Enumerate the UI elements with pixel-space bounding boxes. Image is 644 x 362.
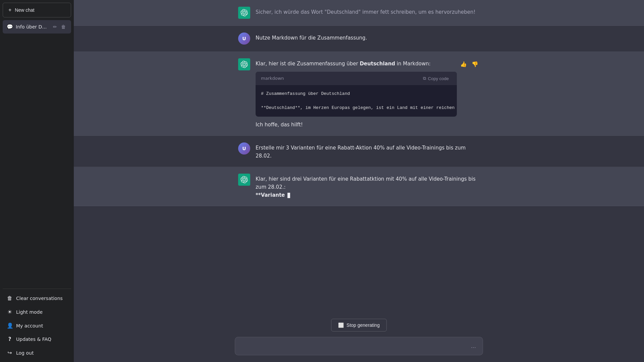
chat-messages[interactable]: Sicher, ich würde das Wort "Deutschland"… — [74, 0, 644, 313]
message-inner-user2: U Erstelle mir 3 Varianten für eine Raba… — [225, 142, 493, 160]
main-content: Sicher, ich würde das Wort "Deutschland"… — [74, 0, 644, 362]
variante-bold: **Variante — [256, 192, 287, 198]
sidebar-item-clear-conversations[interactable]: 🗑 Clear conversations — [3, 292, 71, 305]
chat-input-area: ⬜ Stop generating ... — [74, 313, 644, 362]
chat-icon: 💬 — [7, 24, 13, 30]
user-avatar-1: U — [238, 33, 250, 45]
user-avatar-img: U — [238, 33, 250, 45]
user-avatar-2: U — [238, 142, 250, 155]
new-chat-button[interactable]: + New chat — [3, 3, 71, 17]
assistant-avatar-2 — [238, 58, 250, 70]
chat-input-wrapper: ... — [235, 337, 483, 355]
message-block-assistant2: Klar, hier ist die Zusammenfassung über … — [74, 52, 644, 136]
clear-conversations-label: Clear conversations — [16, 296, 63, 301]
chat-input[interactable] — [240, 342, 470, 350]
message-inner-assistant3: Klar, hier sind drei Varianten für eine … — [225, 174, 493, 199]
account-icon: 👤 — [7, 322, 13, 329]
copy-code-button[interactable]: ⧉ Copy code — [420, 74, 451, 82]
updates-faq-label: Updates & FAQ — [16, 337, 51, 342]
ellipsis-icon: ... — [471, 343, 476, 350]
message-block-assistant3: Klar, hier sind drei Varianten für eine … — [74, 167, 644, 206]
sidebar: + New chat 💬 Info über Deutschland. ✏ 🗑 … — [0, 0, 74, 362]
question-icon: ? — [7, 336, 13, 342]
message-block-user2: U Erstelle mir 3 Varianten für eine Raba… — [74, 136, 644, 167]
user-avatar-img-2: U — [238, 142, 250, 155]
edit-chat-button[interactable]: ✏ — [52, 23, 58, 30]
code-lang-label: markdown — [261, 75, 284, 82]
assistant-message-2-content: Klar, hier ist die Zusammenfassung über … — [256, 58, 480, 129]
sidebar-item-log-out[interactable]: ↪ Log out — [3, 346, 71, 359]
sidebar-bottom: 🗑 Clear conversations ☀ Light mode 👤 My … — [3, 289, 71, 359]
assistant-avatar — [238, 7, 250, 19]
code-block: markdown ⧉ Copy code # Zusammenfassung ü… — [256, 72, 457, 117]
chat-item-actions: ✏ 🗑 — [52, 23, 67, 30]
faded-message-text: Sicher, ich würde das Wort "Deutschland"… — [256, 9, 476, 15]
assistant-avatar-3 — [238, 174, 250, 186]
logout-icon: ↪ — [7, 350, 13, 356]
sidebar-item-light-mode[interactable]: ☀ Light mode — [3, 305, 71, 318]
user-message-2-text: Erstelle mir 3 Varianten für eine Rabatt… — [256, 145, 466, 159]
message-inner-assistant2: Klar, hier ist die Zusammenfassung über … — [225, 58, 493, 129]
copy-icon: ⧉ — [423, 76, 426, 81]
copy-code-label: Copy code — [428, 76, 449, 81]
thumbs-down-button[interactable]: 👎 — [470, 60, 480, 69]
typing-cursor — [287, 193, 290, 198]
message-inner: Sicher, ich würde das Wort "Deutschland"… — [225, 7, 493, 19]
code-body: # Zusammenfassung über Deutschland **Deu… — [256, 85, 457, 117]
my-account-label: My account — [16, 323, 43, 328]
trash-icon: 🗑 — [7, 295, 13, 301]
sidebar-item-info-deutschland[interactable]: 💬 Info über Deutschland. ✏ 🗑 — [3, 20, 71, 34]
user-message-1-text: Nutze Markdown für die Zusammenfassung. — [256, 35, 367, 41]
assistant-msg2-end: Ich hoffe, das hilft! — [256, 121, 480, 129]
sidebar-item-updates-faq[interactable]: ? Updates & FAQ — [3, 333, 71, 346]
stop-icon: ⬜ — [338, 322, 344, 328]
chat-item-label: Info über Deutschland. — [16, 24, 49, 29]
message-block-faded: Sicher, ich würde das Wort "Deutschland"… — [74, 0, 644, 26]
delete-chat-button[interactable]: 🗑 — [60, 23, 67, 30]
code-header: markdown ⧉ Copy code — [256, 72, 457, 85]
assistant-msg3-streaming: **Variante — [256, 191, 480, 199]
sidebar-item-my-account[interactable]: 👤 My account — [3, 319, 71, 332]
plus-icon: + — [8, 7, 11, 13]
assistant-msg2-intro: Klar, hier ist die Zusammenfassung über … — [256, 60, 480, 68]
assistant-message-3-content: Klar, hier sind drei Varianten für eine … — [256, 174, 480, 199]
chat-history: 💬 Info über Deutschland. ✏ 🗑 — [3, 20, 71, 289]
user-message-2-content: Erstelle mir 3 Varianten für eine Rabatt… — [256, 142, 480, 160]
assistant-msg3-text1: Klar, hier sind drei Varianten für eine … — [256, 175, 480, 191]
message-actions-2: 👍 👎 — [459, 60, 480, 69]
message-block-user1: U Nutze Markdown für die Zusammenfassung… — [74, 26, 644, 52]
log-out-label: Log out — [16, 350, 34, 356]
user-message-1-content: Nutze Markdown für die Zusammenfassung. — [256, 33, 480, 42]
send-button[interactable]: ... — [470, 341, 477, 351]
light-mode-label: Light mode — [16, 309, 43, 315]
new-chat-label: New chat — [15, 7, 34, 13]
message-inner-user1: U Nutze Markdown für die Zusammenfassung… — [225, 33, 493, 45]
faded-message-content: Sicher, ich würde das Wort "Deutschland"… — [256, 7, 480, 16]
stop-generating-label: Stop generating — [346, 322, 380, 328]
sun-icon: ☀ — [7, 309, 13, 315]
thumbs-up-button[interactable]: 👍 — [459, 60, 468, 69]
stop-generating-button[interactable]: ⬜ Stop generating — [331, 319, 387, 331]
